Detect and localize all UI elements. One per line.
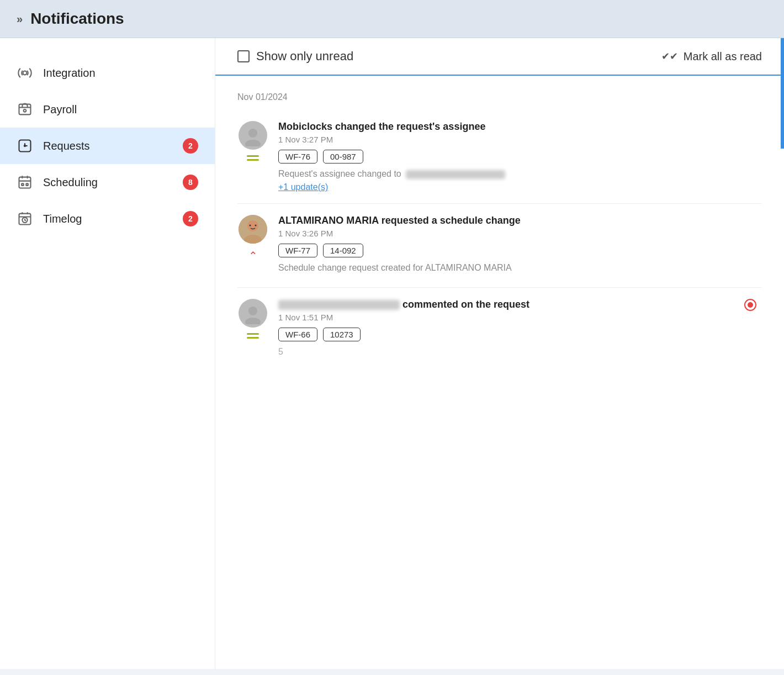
requests-badge: 2 — [183, 138, 198, 154]
svg-point-0 — [23, 71, 27, 75]
notification-tags-2: WF-77 14-092 — [278, 244, 762, 257]
date-group-header: Nov 01/2024 — [237, 92, 762, 102]
sidebar: Integration Payroll — [0, 38, 215, 669]
notifications-list: Nov 01/2024 Mobiclocks — [215, 76, 784, 377]
avatar-col-2: ⌃ — [237, 215, 268, 276]
show-unread-toggle[interactable]: Show only unread — [237, 49, 650, 64]
notification-tags-3: WF-66 10273 — [278, 328, 762, 341]
chevron-up-icon-2: ⌃ — [248, 249, 258, 262]
notification-title-1: Mobiclocks changed the request's assigne… — [278, 121, 762, 133]
scroll-indicator — [781, 38, 784, 149]
avatar-3 — [239, 299, 267, 328]
svg-point-16 — [255, 225, 257, 226]
scheduling-label: Scheduling — [43, 176, 173, 189]
tag-wf77: WF-77 — [278, 244, 317, 257]
show-unread-checkbox[interactable] — [237, 50, 250, 62]
svg-point-2 — [24, 109, 27, 112]
svg-rect-7 — [26, 183, 28, 186]
avatar-col-3 — [237, 299, 268, 357]
notification-desc-1: Request's assignee changed to — [278, 169, 762, 179]
svg-point-17 — [248, 307, 257, 315]
svg-rect-6 — [22, 183, 24, 186]
notification-tags-1: WF-76 00-987 — [278, 150, 762, 164]
scheduling-icon — [17, 174, 33, 191]
avatar-2 — [239, 215, 267, 244]
notification-desc-2: Schedule change request created for ALTA… — [278, 263, 762, 273]
notification-item-2: ⌃ ALTAMIRANO MARIA requested a schedule … — [237, 206, 762, 285]
unread-indicator-3 — [744, 299, 756, 311]
mark-all-read-button[interactable]: ✔✔ Mark all as read — [661, 50, 762, 63]
sidebar-item-scheduling[interactable]: Scheduling 8 — [0, 164, 215, 201]
page-title: Notifications — [30, 10, 124, 28]
blurred-assignee — [406, 170, 505, 179]
double-check-icon: ✔✔ — [661, 50, 678, 62]
svg-point-18 — [245, 318, 261, 324]
tag-wf66: WF-66 — [278, 328, 317, 341]
show-unread-label: Show only unread — [256, 49, 353, 64]
notification-time-2: 1 Nov 3:26 PM — [278, 229, 762, 238]
status-lines-icon-3 — [247, 333, 259, 339]
timelog-badge: 2 — [183, 211, 198, 226]
sidebar-item-timelog[interactable]: Timelog 2 — [0, 201, 215, 237]
blurred-commenter-name — [278, 300, 400, 310]
svg-rect-5 — [19, 177, 31, 188]
notification-item-3: commented on the request 1 Nov 1:51 PM W… — [237, 290, 762, 366]
avatar-col-1 — [237, 121, 268, 192]
notification-count-3: 5 — [278, 347, 762, 357]
sidebar-item-payroll[interactable]: Payroll — [0, 91, 215, 128]
payroll-icon — [17, 101, 33, 118]
integration-icon — [17, 65, 33, 81]
notification-time-1: 1 Nov 3:27 PM — [278, 135, 762, 144]
notification-time-3: 1 Nov 1:51 PM — [278, 313, 762, 322]
notification-item: Mobiclocks changed the request's assigne… — [237, 112, 762, 201]
content-area: Show only unread ✔✔ Mark all as read Nov… — [215, 38, 784, 669]
notification-body-2: ALTAMIRANO MARIA requested a schedule ch… — [278, 215, 762, 276]
integration-label: Integration — [43, 67, 198, 80]
update-link-1[interactable]: +1 update(s) — [278, 182, 328, 192]
page-header: » Notifications — [0, 0, 784, 38]
svg-point-15 — [250, 225, 251, 226]
sidebar-item-requests[interactable]: Requests 2 — [0, 128, 215, 164]
svg-point-4 — [24, 145, 25, 146]
notification-title-3: commented on the request — [278, 299, 762, 310]
notification-title-suffix-3: commented on the request — [402, 299, 529, 310]
payroll-label: Payroll — [43, 103, 198, 116]
notification-body-1: Mobiclocks changed the request's assigne… — [278, 121, 762, 192]
sidebar-item-integration[interactable]: Integration — [0, 55, 215, 91]
notifications-toolbar: Show only unread ✔✔ Mark all as read — [215, 38, 784, 76]
tag-wf76: WF-76 — [278, 150, 317, 164]
mark-all-read-label: Mark all as read — [684, 50, 762, 63]
tag-00987: 00-987 — [323, 150, 363, 164]
notification-title-2: ALTAMIRANO MARIA requested a schedule ch… — [278, 215, 762, 226]
notification-body-3: commented on the request 1 Nov 1:51 PM W… — [278, 299, 762, 357]
tag-10273: 10273 — [323, 328, 361, 341]
collapse-icon[interactable]: » — [17, 13, 23, 25]
svg-point-13 — [247, 220, 258, 231]
main-layout: Integration Payroll — [0, 38, 784, 669]
timelog-label: Timelog — [43, 213, 173, 225]
requests-label: Requests — [43, 140, 173, 152]
unread-dot-fill — [748, 302, 753, 308]
tag-14092: 14-092 — [323, 244, 363, 257]
avatar-1 — [239, 121, 267, 150]
svg-point-10 — [248, 129, 257, 138]
svg-point-11 — [245, 140, 261, 146]
requests-icon — [17, 138, 33, 154]
status-lines-icon-1 — [247, 155, 259, 161]
scheduling-badge: 8 — [183, 175, 198, 190]
timelog-icon — [17, 210, 33, 227]
